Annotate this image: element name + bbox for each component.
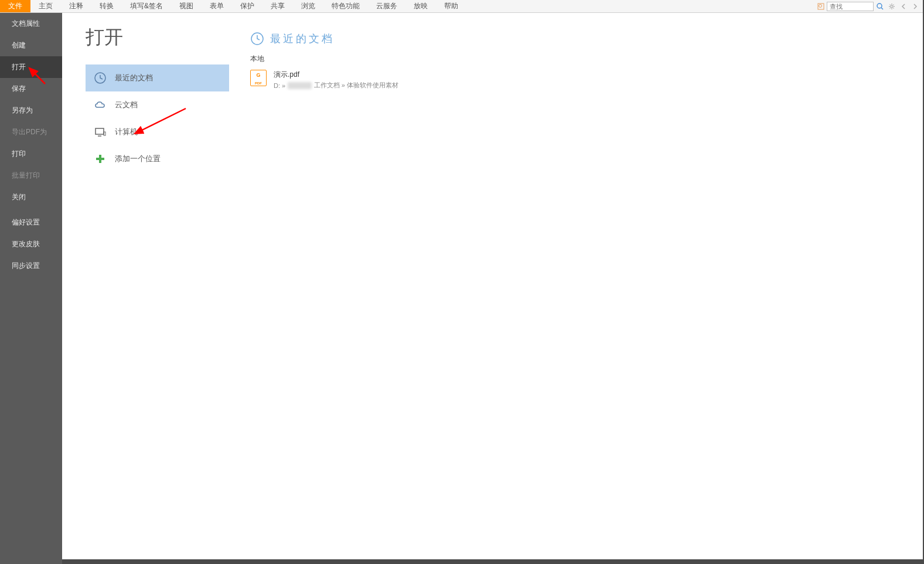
clock-icon: [250, 32, 264, 46]
find-icon[interactable]: [816, 2, 826, 11]
open-option-cloud[interactable]: 云文档: [86, 91, 229, 118]
top-menu-bar: 文件 主页 注释 转换 填写&签名 视图 表单 保护 共享 浏览 特色功能 云服…: [0, 0, 924, 13]
file-name: 演示.pdf: [274, 70, 398, 80]
open-option-recent[interactable]: 最近的文档: [86, 64, 229, 91]
svg-rect-6: [96, 128, 104, 134]
tab-comment[interactable]: 注释: [61, 0, 91, 12]
svg-point-4: [891, 5, 893, 8]
nav-next-icon[interactable]: [910, 1, 920, 12]
svg-point-2: [877, 4, 882, 8]
search-input[interactable]: [827, 2, 874, 11]
pdf-file-icon: G PDF: [250, 70, 267, 86]
open-option-computer[interactable]: 计算机: [86, 118, 229, 145]
sidebar-item-sync[interactable]: 同步设置: [0, 255, 62, 277]
section-local-label: 本地: [250, 54, 924, 64]
settings-icon[interactable]: [887, 1, 897, 12]
menu-tabs: 文件 主页 注释 转换 填写&签名 视图 表单 保护 共享 浏览 特色功能 云服…: [0, 0, 466, 12]
svg-line-3: [881, 8, 883, 9]
cloud-icon: [94, 98, 107, 111]
recent-header: 最近的文档: [250, 32, 924, 46]
sidebar-item-save[interactable]: 保存: [0, 78, 62, 100]
topbar-right-controls: [816, 1, 924, 12]
open-option-label: 计算机: [115, 127, 138, 137]
open-panel: 打开 最近的文档 云文档: [62, 13, 924, 564]
tab-share[interactable]: 共享: [262, 0, 293, 12]
open-option-label: 添加一个位置: [115, 154, 161, 164]
recent-title: 最近的文档: [270, 32, 335, 46]
sidebar-item-close[interactable]: 关闭: [0, 186, 62, 208]
tab-help[interactable]: 帮助: [436, 0, 466, 12]
open-location-list: 最近的文档 云文档 计算机: [86, 64, 229, 172]
tab-fill-sign[interactable]: 填写&签名: [122, 0, 171, 12]
sidebar-item-saveas[interactable]: 另存为: [0, 100, 62, 121]
sidebar-item-create[interactable]: 创建: [0, 35, 62, 56]
svg-rect-7: [104, 132, 105, 135]
bottom-strip: [62, 559, 924, 564]
file-sidebar: 文档属性 创建 打开 保存 另存为 导出PDF为 打印 批量打印 关闭 偏好设置…: [0, 13, 62, 564]
sidebar-item-properties[interactable]: 文档属性: [0, 13, 62, 35]
open-option-add-location[interactable]: 添加一个位置: [86, 145, 229, 172]
tab-features[interactable]: 特色功能: [323, 0, 368, 12]
tab-slideshow[interactable]: 放映: [405, 0, 436, 12]
tab-browse[interactable]: 浏览: [293, 0, 323, 12]
file-info: 演示.pdf D: » xxx 工作文档 » 体验软件使用素材: [274, 70, 398, 90]
computer-icon: [94, 125, 107, 138]
recent-file-item[interactable]: G PDF 演示.pdf D: » xxx 工作文档 » 体验软件使用素材: [250, 66, 924, 93]
open-option-label: 最近的文档: [115, 73, 153, 83]
svg-point-1: [819, 4, 822, 7]
tab-view[interactable]: 视图: [171, 0, 202, 12]
sidebar-item-batchprint[interactable]: 批量打印: [0, 165, 62, 186]
plus-icon: [94, 152, 107, 165]
clock-icon: [94, 72, 107, 84]
sidebar-item-preferences[interactable]: 偏好设置: [0, 212, 62, 233]
tab-convert[interactable]: 转换: [91, 0, 122, 12]
sidebar-item-open[interactable]: 打开: [0, 56, 62, 78]
open-option-label: 云文档: [115, 100, 138, 110]
tab-protect[interactable]: 保护: [232, 0, 262, 12]
open-left-column: 打开 最近的文档 云文档: [62, 13, 229, 564]
file-path: D: » xxx 工作文档 » 体验软件使用素材: [274, 81, 398, 90]
sidebar-item-print[interactable]: 打印: [0, 143, 62, 165]
panel-title: 打开: [86, 25, 229, 50]
tab-form[interactable]: 表单: [202, 0, 232, 12]
main-area: 文档属性 创建 打开 保存 另存为 导出PDF为 打印 批量打印 关闭 偏好设置…: [0, 13, 924, 564]
nav-prev-icon[interactable]: [898, 1, 909, 12]
sidebar-item-skin[interactable]: 更改皮肤: [0, 233, 62, 255]
open-right-column: 最近的文档 本地 G PDF 演示.pdf D: » xxx 工作文档 » 体验…: [229, 13, 924, 564]
search-go-icon[interactable]: [875, 1, 885, 12]
sidebar-item-export[interactable]: 导出PDF为: [0, 121, 62, 143]
tab-home[interactable]: 主页: [30, 0, 61, 12]
tab-cloud[interactable]: 云服务: [368, 0, 405, 12]
tab-file[interactable]: 文件: [0, 0, 30, 12]
